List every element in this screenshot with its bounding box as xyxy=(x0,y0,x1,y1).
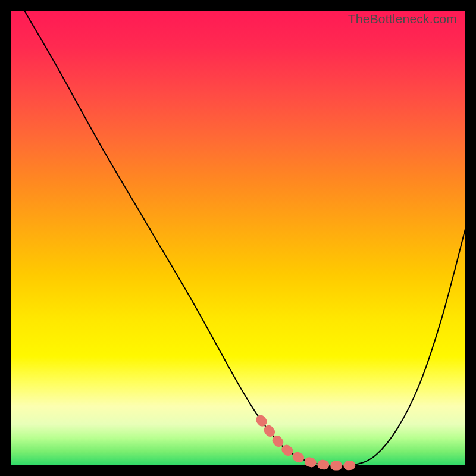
highlight-dots xyxy=(261,420,352,466)
bottleneck-curve xyxy=(24,11,465,466)
chart-svg xyxy=(11,11,465,465)
watermark-text: TheBottleneck.com xyxy=(348,12,457,26)
plot-area: TheBottleneck.com xyxy=(11,11,465,465)
